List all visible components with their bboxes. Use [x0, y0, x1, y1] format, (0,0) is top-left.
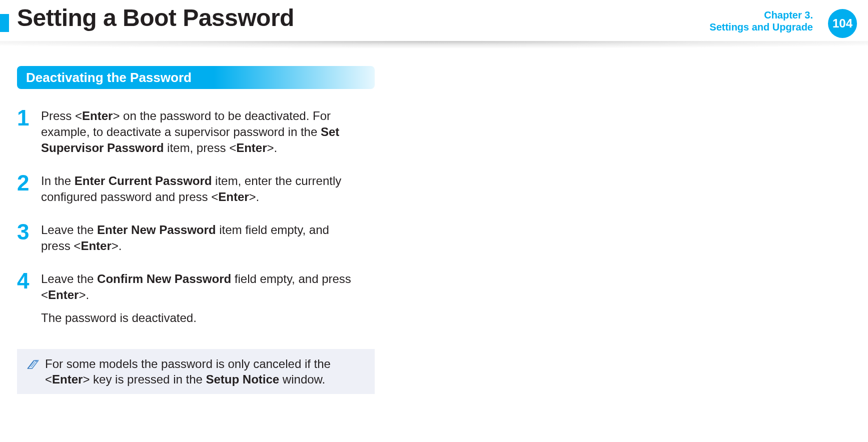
step-body: Press <Enter> on the password to be deac… [41, 108, 361, 156]
step-item: 1 Press <Enter> on the password to be de… [17, 108, 380, 156]
title-accent-bar [0, 14, 9, 32]
page-number-badge: 104 [828, 9, 857, 38]
step-number: 2 [17, 173, 41, 193]
page-title: Setting a Boot Password [17, 4, 294, 32]
step-number: 1 [17, 108, 41, 128]
step-number: 4 [17, 271, 41, 291]
svg-point-0 [35, 360, 37, 362]
step-text: Leave the Confirm New Password field emp… [41, 271, 361, 303]
section-heading: Deactivating the Password [17, 66, 375, 89]
header-shadow [0, 41, 868, 52]
page-header: Setting a Boot Password Chapter 3. Setti… [0, 0, 868, 44]
note-box: For some models the password is only can… [17, 349, 375, 394]
chapter-line-1: Chapter 3. [709, 9, 813, 21]
chapter-line-2: Settings and Upgrade [709, 21, 813, 33]
chapter-label: Chapter 3. Settings and Upgrade [709, 9, 813, 33]
step-item: 4 Leave the Confirm New Password field e… [17, 271, 380, 329]
step-body: Leave the Enter New Password item field … [41, 222, 361, 254]
step-number: 3 [17, 222, 41, 242]
step-item: 3 Leave the Enter New Password item fiel… [17, 222, 380, 254]
step-result-text: The password is deactivated. [41, 310, 361, 326]
step-body: In the Enter Current Password item, ente… [41, 173, 361, 205]
note-text: For some models the password is only can… [45, 356, 367, 387]
content-column: Deactivating the Password 1 Press <Enter… [0, 44, 380, 394]
step-item: 2 In the Enter Current Password item, en… [17, 173, 380, 205]
steps-list: 1 Press <Enter> on the password to be de… [17, 108, 380, 329]
note-icon [26, 358, 40, 372]
step-body: Leave the Confirm New Password field emp… [41, 271, 361, 329]
